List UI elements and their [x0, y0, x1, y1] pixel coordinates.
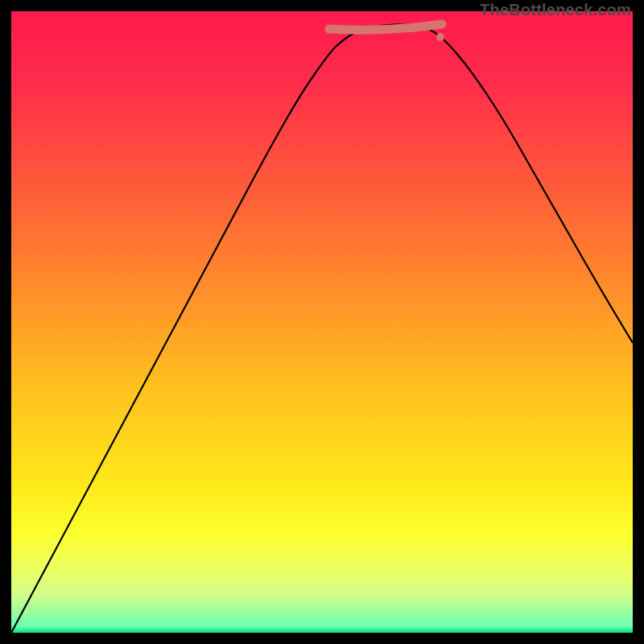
bottleneck-curve-svg: [11, 11, 633, 633]
watermark-text: TheBottleneck.com: [480, 1, 631, 19]
bottleneck-curve: [11, 24, 633, 633]
flat-region-dot: [436, 33, 444, 41]
flat-region-band: [329, 24, 442, 30]
